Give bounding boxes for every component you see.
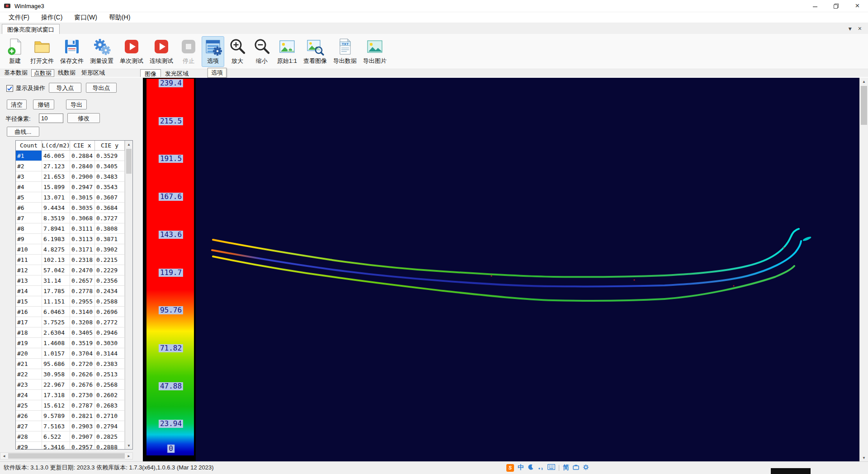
table-cell: 0.2957 xyxy=(70,442,95,450)
toolbar-button-label: 导出数据 xyxy=(333,57,357,65)
simplified-toggle[interactable]: 简 xyxy=(563,464,569,472)
radius-input[interactable] xyxy=(39,114,63,123)
tab-image-brightness-test[interactable]: 图像亮度测试窗口 xyxy=(2,24,60,34)
table-row[interactable]: #2195.6860.27200.2383 xyxy=(16,359,132,369)
panel-horizontal-scrollbar[interactable]: ◄ ► xyxy=(0,452,133,460)
scroll-left-icon[interactable]: ◄ xyxy=(0,453,8,459)
zoom-in-button[interactable]: 放大 xyxy=(226,36,249,67)
table-header-cell[interactable]: CIE y xyxy=(95,141,125,151)
modify-button[interactable]: 修改 xyxy=(67,113,100,123)
table-row[interactable]: #1511.1510.29550.2588 xyxy=(16,296,132,307)
table-cell: 0.2470 xyxy=(70,265,95,275)
ime-settings-gear-icon[interactable] xyxy=(583,464,589,472)
export-points-button[interactable]: 导出点 xyxy=(86,83,117,93)
menu-operate[interactable]: 操作(C) xyxy=(35,13,68,23)
table-row[interactable]: #269.57890.28210.2710 xyxy=(16,411,132,421)
table-row[interactable]: #201.01570.37040.3144 xyxy=(16,348,132,359)
table-header-cell[interactable]: CIE x xyxy=(70,141,95,151)
table-row[interactable]: #321.6530.29000.3483 xyxy=(16,171,132,182)
table-row[interactable]: #173.75250.32080.2772 xyxy=(16,317,132,327)
table-row[interactable]: #104.82750.31710.3902 xyxy=(16,244,132,255)
table-row[interactable]: #11102.130.23180.2215 xyxy=(16,255,132,265)
view-tab-glow-area[interactable]: 发光区域 xyxy=(161,69,193,77)
table-row[interactable]: #1257.0420.24700.2229 xyxy=(16,265,132,275)
zoom-out-button[interactable]: 缩小 xyxy=(250,36,273,67)
scroll-right-icon[interactable]: ► xyxy=(125,453,132,459)
table-row[interactable]: #2230.9580.26260.2513 xyxy=(16,369,132,379)
tab-close-icon[interactable]: × xyxy=(858,25,862,32)
soft-keyboard-icon[interactable] xyxy=(547,464,555,471)
export-data-button[interactable]: TXT导出数据 xyxy=(331,36,359,67)
table-row[interactable]: #96.19830.31130.3871 xyxy=(16,234,132,244)
scroll-thumb[interactable] xyxy=(126,149,132,174)
menu-window[interactable]: 窗口(W) xyxy=(68,13,103,23)
minimize-button[interactable] xyxy=(804,0,826,12)
view-tab-image[interactable]: 图像 xyxy=(140,69,161,77)
single-test-button[interactable]: 单次测试 xyxy=(118,36,146,67)
table-row[interactable]: #227.1230.28400.3405 xyxy=(16,161,132,171)
show-operate-checkbox[interactable] xyxy=(6,85,13,92)
measure-settings-button[interactable]: 测量设置 xyxy=(88,36,116,67)
table-row[interactable]: #146.0050.28840.3529 xyxy=(16,151,132,161)
table-row[interactable]: #78.35190.30680.3727 xyxy=(16,213,132,223)
table-row[interactable]: #2515.6120.27870.2683 xyxy=(16,400,132,411)
options-button[interactable]: 选项 xyxy=(202,36,224,67)
toolbox-icon[interactable] xyxy=(573,464,579,471)
table-row[interactable]: #513.0710.30150.3607 xyxy=(16,192,132,203)
scroll-thumb[interactable] xyxy=(8,453,125,459)
table-header-cell[interactable]: Count xyxy=(16,141,42,151)
close-button[interactable]: × xyxy=(847,0,868,12)
scroll-up-icon[interactable]: ▲ xyxy=(125,141,132,148)
toolbar-button-label: 打开文件 xyxy=(30,57,54,65)
export-image-button[interactable]: 导出图片 xyxy=(361,36,389,67)
new-button[interactable]: 新建 xyxy=(4,36,26,67)
data-tab-rect[interactable]: 矩形区域 xyxy=(79,69,107,77)
save-file-button[interactable]: 保存文件 xyxy=(58,36,86,67)
table-row[interactable]: #2322.9670.26760.2568 xyxy=(16,379,132,390)
table-row[interactable]: #182.63040.34050.2946 xyxy=(16,327,132,338)
undo-button[interactable]: 撤销 xyxy=(33,100,54,109)
table-cell: 0.2907 xyxy=(70,431,95,442)
table-header-cell[interactable]: L(cd/m2) xyxy=(42,141,70,151)
clear-button[interactable]: 清空 xyxy=(7,100,27,109)
scroll-up-icon[interactable]: ▲ xyxy=(860,78,868,85)
data-tab-line[interactable]: 线数据 xyxy=(56,69,78,77)
table-row[interactable]: #277.51630.29030.2794 xyxy=(16,421,132,431)
vertical-scrollbar[interactable]: ▲ ▼ xyxy=(859,78,868,461)
table-row[interactable]: #166.04630.31400.2696 xyxy=(16,307,132,317)
original-1to1-button[interactable]: 1:1原始1:1 xyxy=(275,36,299,67)
scroll-down-icon[interactable]: ▼ xyxy=(125,442,132,449)
ime-logo-icon[interactable]: S xyxy=(506,464,514,472)
table-row[interactable]: #191.46080.35190.3030 xyxy=(16,338,132,348)
table-row[interactable]: #87.89410.31110.3808 xyxy=(16,223,132,234)
view-image-button[interactable]: 查看图像 xyxy=(301,36,329,67)
menu-file[interactable]: 文件(F) xyxy=(3,13,35,23)
zoom-in-icon xyxy=(228,38,246,56)
menu-help[interactable]: 帮助(H) xyxy=(103,13,136,23)
restore-button[interactable] xyxy=(826,0,847,12)
table-row[interactable]: #295.34160.29570.2888 xyxy=(16,442,132,450)
import-points-button[interactable]: 导入点 xyxy=(49,83,81,93)
table-row[interactable]: #1331.140.26570.2356 xyxy=(16,275,132,286)
curve-button[interactable]: 曲线... xyxy=(7,127,39,137)
scroll-down-icon[interactable]: ▼ xyxy=(860,454,868,461)
continuous-test-button[interactable]: 连续测试 xyxy=(147,36,175,67)
table-row[interactable]: #2417.3180.27300.2602 xyxy=(16,390,132,400)
data-tab-basic[interactable]: 基本数据 xyxy=(2,69,30,77)
table-scrollbar[interactable]: ▲ ▼ xyxy=(125,141,132,449)
table-row[interactable]: #415.8990.29470.3543 xyxy=(16,182,132,192)
tab-list-dropdown-icon[interactable]: ▾ xyxy=(849,25,852,32)
ime-language-toggle[interactable]: 中 xyxy=(518,464,524,472)
table-row[interactable]: #286.5220.29070.2825 xyxy=(16,431,132,442)
stop-button[interactable]: 停止 xyxy=(177,36,200,67)
scroll-thumb[interactable] xyxy=(861,86,867,125)
measurement-image[interactable] xyxy=(196,78,859,461)
punctuation-icon[interactable] xyxy=(538,464,544,472)
table-cell: 0.2626 xyxy=(70,369,95,379)
table-row[interactable]: #69.44340.30350.3684 xyxy=(16,203,132,213)
table-row[interactable]: #1417.7850.27780.2434 xyxy=(16,286,132,296)
halfwidth-moon-icon[interactable] xyxy=(528,464,534,472)
export-button[interactable]: 导出 xyxy=(66,100,87,109)
open-file-button[interactable]: 打开文件 xyxy=(28,36,56,67)
data-tab-point[interactable]: 点数据 xyxy=(31,69,54,77)
